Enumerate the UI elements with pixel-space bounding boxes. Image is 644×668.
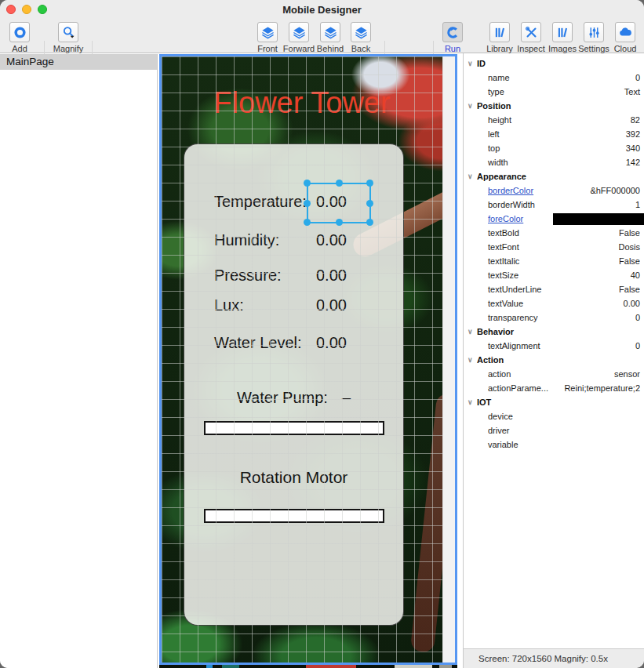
property-value[interactable]: 142 — [626, 155, 640, 169]
property-value[interactable]: 392 — [626, 127, 640, 141]
property-section-position[interactable]: ∨Position — [464, 99, 644, 113]
property-section-action[interactable]: ∨Action — [464, 353, 644, 367]
add-button[interactable]: Add — [0, 22, 40, 53]
property-row-height[interactable]: height82 — [464, 113, 644, 127]
property-row-actionParame[interactable]: actionParame...Reini;temperature;2 — [464, 381, 644, 395]
property-value[interactable]: Text — [624, 85, 640, 99]
photo-detail — [439, 665, 452, 668]
rotation-motor-label[interactable]: Rotation Motor — [184, 468, 403, 487]
title-bar: Mobile Designer — [0, 0, 644, 19]
property-row-borderColor[interactable]: borderColor&hFF000000 — [464, 183, 644, 198]
property-value[interactable]: False — [619, 254, 640, 268]
sensor-value[interactable]: 0.00 — [316, 334, 347, 352]
property-value[interactable]: &hFF000000 — [590, 183, 640, 198]
selection-handle[interactable] — [336, 219, 343, 226]
property-row-action[interactable]: actionsensor — [464, 367, 644, 381]
selection-handle[interactable] — [366, 219, 373, 226]
property-section-id[interactable]: ∨ID — [464, 56, 644, 71]
property-row-name[interactable]: name0 — [464, 71, 644, 85]
property-value[interactable]: False — [619, 226, 640, 240]
property-label[interactable]: borderColor — [488, 183, 533, 198]
property-value[interactable]: False — [619, 282, 640, 296]
app-window: Mobile Designer Add Magnify Front — [0, 0, 644, 668]
color-swatch[interactable] — [553, 213, 644, 225]
property-value[interactable]: Dosis — [618, 240, 640, 254]
design-title-text[interactable]: Flower Tower — [162, 86, 442, 120]
sensor-row[interactable]: Lux:0.00 — [184, 296, 403, 317]
selection-box[interactable] — [307, 183, 371, 223]
property-value[interactable]: sensor — [614, 367, 640, 381]
background-photo: Flower Tower Temperature:0.00Humidity:0.… — [162, 56, 442, 663]
property-label: type — [488, 85, 504, 99]
property-value[interactable]: 40 — [631, 268, 640, 282]
chevron-down-icon[interactable]: ∨ — [468, 353, 473, 367]
chevron-down-icon[interactable]: ∨ — [468, 99, 473, 113]
property-row-textSize[interactable]: textSize40 — [464, 268, 644, 282]
property-row-textAlignment[interactable]: textAlignment0 — [464, 339, 644, 353]
property-row-borderWidth[interactable]: borderWidth1 — [464, 198, 644, 212]
property-row-width[interactable]: width142 — [464, 155, 644, 169]
sensor-value[interactable]: 0.00 — [316, 267, 347, 285]
chevron-down-icon[interactable]: ∨ — [468, 395, 473, 409]
sensor-row[interactable]: Pressure:0.00 — [184, 267, 403, 287]
property-value[interactable]: 1 — [635, 198, 640, 212]
property-value[interactable]: 0 — [635, 310, 640, 325]
page-list-item-mainpage[interactable]: MainPage — [0, 54, 157, 70]
property-value[interactable]: 0.00 — [624, 296, 640, 310]
property-row-transparency[interactable]: transparency0 — [464, 310, 644, 325]
settings-icon — [588, 26, 601, 39]
chevron-down-icon[interactable]: ∨ — [468, 56, 473, 71]
sensor-row[interactable]: Water Level:0.00 — [184, 334, 403, 354]
property-row-textValue[interactable]: textValue0.00 — [464, 296, 644, 310]
magnify-button[interactable]: Magnify — [48, 22, 89, 53]
cloud-button[interactable]: Cloud — [605, 22, 644, 53]
property-row-textBold[interactable]: textBoldFalse — [464, 226, 644, 240]
sensor-value[interactable]: 0.00 — [316, 296, 347, 314]
property-row-textUnderLine[interactable]: textUnderLineFalse — [464, 282, 644, 296]
design-canvas[interactable]: Flower Tower Temperature:0.00Humidity:0.… — [159, 54, 457, 665]
property-label: variable — [488, 437, 518, 452]
water-pump-value: – — [342, 389, 351, 406]
property-row-type[interactable]: typeText — [464, 85, 644, 99]
property-row-device[interactable]: device — [464, 409, 644, 423]
water-pump-row[interactable]: Water Pump:– — [184, 389, 403, 407]
status-bar: Screen: 720x1560 Magnify: 0.5x — [463, 648, 644, 668]
chevron-down-icon[interactable]: ∨ — [468, 325, 473, 339]
property-row-foreColor[interactable]: foreColor — [464, 212, 644, 226]
property-label: textAlignment — [488, 339, 540, 353]
property-label[interactable]: foreColor — [488, 212, 523, 226]
property-row-variable[interactable]: variable — [464, 437, 644, 452]
property-value[interactable]: 82 — [631, 113, 640, 127]
run-button[interactable]: Run — [432, 22, 473, 53]
inspect-icon — [525, 26, 538, 39]
property-row-top[interactable]: top340 — [464, 141, 644, 155]
back-button[interactable]: Back — [340, 22, 381, 53]
property-section-behavior[interactable]: ∨Behavior — [464, 325, 644, 339]
water-pump-input[interactable] — [204, 421, 384, 435]
chevron-down-icon[interactable]: ∨ — [468, 169, 473, 183]
property-section-iot[interactable]: ∨IOT — [464, 395, 644, 409]
properties-panel: ∨IDname0typeText∨Positionheight82left392… — [463, 53, 644, 648]
property-label: textItalic — [488, 254, 519, 268]
property-section-appearance[interactable]: ∨Appearance — [464, 169, 644, 183]
property-value[interactable]: 0 — [635, 71, 640, 85]
selection-handle[interactable] — [304, 200, 311, 207]
selection-handle[interactable] — [304, 180, 311, 187]
sensor-row[interactable]: Humidity:0.00 — [184, 231, 403, 252]
canvas-vertical-scrollbar[interactable] — [442, 56, 455, 663]
property-label: action — [488, 367, 511, 381]
property-row-textFont[interactable]: textFontDosis — [464, 240, 644, 254]
selection-handle[interactable] — [304, 219, 311, 226]
magnify-icon — [62, 26, 75, 39]
property-row-textItalic[interactable]: textItalicFalse — [464, 254, 644, 268]
sensor-value[interactable]: 0.00 — [316, 231, 347, 249]
selection-handle[interactable] — [336, 180, 343, 187]
property-value[interactable]: 340 — [626, 141, 640, 155]
rotation-motor-input[interactable] — [204, 509, 384, 523]
property-value[interactable]: Reini;temperature;2 — [564, 381, 640, 395]
selection-handle[interactable] — [366, 200, 373, 207]
property-row-left[interactable]: left392 — [464, 127, 644, 141]
property-value[interactable]: 0 — [635, 339, 640, 353]
property-row-driver[interactable]: driver — [464, 423, 644, 437]
selection-handle[interactable] — [366, 180, 373, 187]
